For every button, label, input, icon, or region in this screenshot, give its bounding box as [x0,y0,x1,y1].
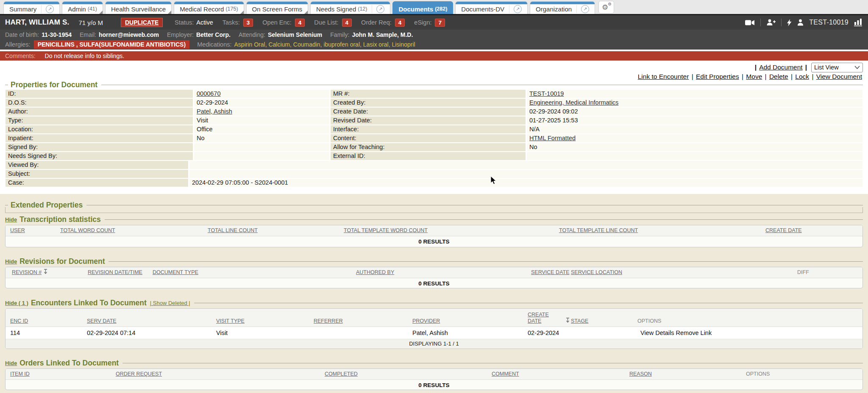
column-header-total-line-count[interactable]: TOTAL LINE COUNT [208,227,258,234]
column-header-service-date[interactable]: SERVICE DATE [531,269,570,276]
column-header-authored-by[interactable]: AUTHORED BY [356,269,394,276]
add-person-icon[interactable] [766,19,776,26]
property-value-link[interactable]: Patel, Ashish [197,108,232,115]
open-in-new-button[interactable]: ↗ [509,5,522,13]
column-header-enc-id[interactable]: ENC ID [10,318,28,324]
column-header-document-type[interactable]: DOCUMENT TYPE [153,269,198,276]
tab-health-surveillance[interactable]: Health Surveillance [105,1,172,14]
link-to-encounter-link[interactable]: Link to Encounter [638,73,689,80]
document-toolbar: | Add Document | List View [752,62,863,72]
encounters-hide-link[interactable]: Hide ( 1 ) [5,300,28,306]
video-camera-icon[interactable] [745,19,755,26]
column-header-create-date[interactable]: CREATE DATE [528,312,549,324]
orders-hide-link[interactable]: Hide [5,360,17,366]
column-header-completed[interactable]: COMPLETED [325,371,358,377]
property-label: Needs Signed By: [6,152,193,160]
column-header-referrer[interactable]: REFERRER [314,318,343,324]
tab-documents[interactable]: Documents(282) [392,1,453,14]
show-deleted-link[interactable]: | Show Deleted | [150,300,190,306]
column-header-visit-type[interactable]: VISIT TYPE [216,318,245,324]
column-header-comment[interactable]: COMMENT [492,371,519,377]
allergy-alert[interactable]: PENICILLINS , SULFA(SULFONAMIDE ANTIBIOT… [34,40,189,49]
chart-icon[interactable] [854,19,863,26]
demographic-email: Email:horner@mieweb.com [80,31,159,38]
encounter-options[interactable]: View Details Remove Link [640,327,712,339]
property-value[interactable]: Engineering, Medical Informatics [527,99,862,107]
property-value[interactable]: TEST-10019 [527,90,862,98]
tab-menu-fold-icon[interactable] [168,11,171,14]
tab-summary[interactable]: Summary↗ [3,1,60,14]
counter-badge[interactable]: 4 [295,19,305,27]
column-header-revision-date-time[interactable]: REVISION DATE/TIME [88,269,142,276]
divider [760,19,761,26]
counter-badge[interactable]: 7 [435,19,445,27]
column-header-stage[interactable]: STAGE [571,318,588,324]
properties-legend: Properties for Document [5,80,863,89]
view-document-link[interactable]: View Document [816,73,862,80]
property-label: D.O.S: [6,99,193,107]
column-header-order-request[interactable]: ORDER REQUEST [116,371,162,377]
encounter-row[interactable]: 11402-29-2024 07:14VisitPatel, Ashish02-… [6,327,862,339]
tab-documents-dv[interactable]: Documents-DV↗ [455,1,528,14]
column-header-reason[interactable]: REASON [629,371,652,377]
revisions-hide-link[interactable]: Hide [5,258,17,265]
property-value-link[interactable]: Engineering, Medical Informatics [529,99,618,106]
column-header-total-template-line-count[interactable]: TOTAL TEMPLATE LINE COUNT [559,227,638,234]
duplicate-flag[interactable]: DUPLICATE [121,18,163,27]
column-header-options: OPTIONS [746,371,770,377]
column-header-provider[interactable]: PROVIDER [412,318,440,324]
lock-link[interactable]: Lock [795,73,809,80]
property-value-link[interactable]: HTML Formatted [529,135,576,141]
property-value[interactable]: Patel, Ashish [194,108,329,116]
column-header-total-word-count[interactable]: TOTAL WORD COUNT [60,227,115,234]
add-document-link[interactable]: Add Document [759,64,803,71]
column-header-user[interactable]: USER [10,227,25,234]
encounter-serv-date: 02-29-2024 07:14 [87,327,136,339]
transcription-hide-link[interactable]: Hide [5,216,17,223]
tab-medical-record[interactable]: Medical Record(175) [174,1,244,14]
comments-text: Do not release info to siblings. [45,53,125,59]
delete-link[interactable]: Delete [769,73,788,80]
encounters-displaying: DISPLAYING 1-1 / 1 [6,339,862,349]
move-link[interactable]: Move [746,73,762,80]
medications-list[interactable]: Aspirin Oral, Calcium, Coumadin, ibuprof… [234,41,415,48]
counter-badge[interactable]: 3 [243,19,253,27]
property-value[interactable]: 0000670 [194,90,329,98]
tab-menu-fold-icon[interactable] [99,11,103,14]
legend-tick [5,85,8,85]
tab-organization[interactable]: Organization↗ [530,1,595,14]
settings-gears-icon[interactable]: ⚙ ⚙ [598,1,614,14]
view-mode-select[interactable]: List View [811,63,863,72]
counter-badge[interactable]: 4 [395,19,405,27]
counter-label: Tasks: [223,19,240,26]
lightning-icon[interactable] [787,19,792,26]
column-header-item-id[interactable]: ITEM ID [10,371,30,377]
column-header-service-location[interactable]: SERVICE LOCATION [571,269,622,276]
demographic-label: Attending: [239,31,265,38]
property-value[interactable]: HTML Formatted [527,134,862,142]
property-value-link[interactable]: TEST-10019 [529,90,564,97]
person-icon[interactable] [797,19,804,26]
column-header-revision[interactable]: REVISION # [12,269,47,276]
legend-tick [5,205,8,205]
column-header-create-date[interactable]: CREATE DATE [765,227,802,234]
open-in-new-button[interactable]: ↗ [41,5,54,13]
tab-menu-fold-icon[interactable] [240,11,244,14]
edit-properties-link[interactable]: Edit Properties [696,73,739,80]
counter-label: eSign: [414,19,431,26]
open-in-new-button[interactable]: ↗ [576,5,589,13]
counter-badge[interactable]: 4 [342,19,352,27]
sort-descending-icon[interactable] [566,318,570,323]
tab-needs-signed[interactable]: Needs Signed(12)↗ [310,1,390,14]
tab-menu-fold-icon[interactable] [304,11,308,14]
demographic-label: Email: [80,31,96,38]
tab-on-screen-forms[interactable]: On Screen Forms [246,1,308,14]
mouse-cursor [490,176,497,185]
property-value-link[interactable]: 0000670 [197,90,220,97]
column-header-total-template-word-count[interactable]: TOTAL TEMPLATE WORD COUNT [344,227,428,234]
tab-count-badge: (175) [225,6,238,12]
sort-descending-icon[interactable] [44,269,47,274]
column-header-serv-date[interactable]: SERV DATE [87,318,117,324]
tab-admin[interactable]: Admin(41) [62,1,103,14]
open-in-new-button[interactable]: ↗ [372,5,384,13]
